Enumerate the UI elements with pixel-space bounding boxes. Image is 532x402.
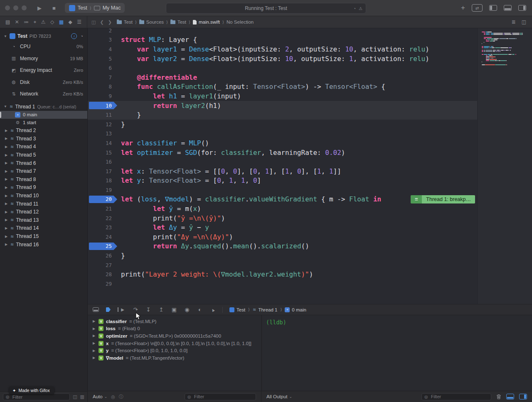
variables-filter-input[interactable] <box>193 394 253 400</box>
variable-row[interactable]: ▶Vy= (Tensor<Float>) [0.0, 1.0, 1.0, 0.0… <box>88 347 261 354</box>
editor-options-icon[interactable]: ≣ <box>512 19 516 25</box>
breakpoint-hit-badge[interactable]: =Thread 1: breakp… <box>411 195 475 203</box>
gutter[interactable]: 25 <box>88 242 119 251</box>
stack-frame-row[interactable]: ≡0 main <box>0 111 87 119</box>
project-navigator-icon[interactable]: ▤ <box>5 19 10 25</box>
print-description-icon[interactable]: ⓘ <box>119 394 123 400</box>
gutter[interactable]: 19 <box>88 185 119 195</box>
disclosure-triangle[interactable]: ▼ <box>3 105 7 108</box>
debug-breadcrumb-item[interactable]: Test <box>229 307 245 312</box>
code-text[interactable]: func callAsFunction(_ input: Tensor<Floa… <box>119 83 385 91</box>
add-editor-icon[interactable]: ◫ <box>522 19 526 25</box>
code-text[interactable]: } <box>119 120 125 128</box>
code-text[interactable]: let (loss, ∇model) = classifier.valueWit… <box>119 195 381 203</box>
console-filter-field[interactable]: ◎ <box>421 393 491 400</box>
breadcrumb-item[interactable]: No Selection <box>227 20 254 25</box>
stack-frame-row[interactable]: ⚙1 start <box>0 119 87 127</box>
scheme-selector[interactable]: Test ⟩ My Mac <box>65 3 125 13</box>
console-filter-input[interactable] <box>430 394 488 400</box>
thread-row[interactable]: ▶≋Thread 3 <box>0 135 87 143</box>
disclosure-triangle[interactable]: ▶ <box>4 137 8 140</box>
navigator-toggle-button[interactable] <box>489 5 497 11</box>
library-button[interactable]: + <box>461 4 465 12</box>
gutter[interactable]: 4 <box>88 44 119 54</box>
code-text[interactable]: var classifier = MLP() <box>119 139 209 147</box>
gutter[interactable]: 5 <box>88 54 119 64</box>
code-text[interactable]: let x: Tensor<Float> = [[0, 0], [0, 1], … <box>119 167 341 175</box>
gutter[interactable]: 17 <box>88 167 119 176</box>
simulate-location-icon[interactable]: ▲ <box>209 306 217 313</box>
disclosure-triangle[interactable]: ▶ <box>4 202 8 206</box>
thread-row[interactable]: ▶≋Thread 16 <box>0 240 87 249</box>
disclosure-triangle[interactable]: ▶ <box>4 243 8 246</box>
disclosure-triangle[interactable]: ▶ <box>4 177 8 181</box>
disclosure-triangle[interactable]: ▶ <box>4 194 8 198</box>
code-text[interactable]: } <box>119 111 141 119</box>
gutter[interactable]: 22 <box>88 213 119 223</box>
breadcrumb-item[interactable]: Sources <box>139 20 164 25</box>
filter-threads-icon[interactable]: ◫ <box>73 394 77 400</box>
disclosure-triangle[interactable]: ▶ <box>93 349 96 353</box>
code-text[interactable]: let h1 = layer1(input) <box>119 92 241 100</box>
related-items-icon[interactable]: ◫ <box>91 20 96 25</box>
step-over-button[interactable]: ↷ <box>133 306 138 313</box>
code-text[interactable]: let Δy = ŷ − y <box>119 223 209 231</box>
memory-graph-icon[interactable]: ◉ <box>184 306 190 313</box>
code-text[interactable]: let ŷ = m(x) <box>119 205 201 213</box>
debug-area-toggle-button[interactable] <box>504 5 512 11</box>
disclosure-triangle[interactable]: ▶ <box>93 356 96 360</box>
gauge-row-cpu[interactable]: ◔CPU0% <box>0 41 87 53</box>
gauge-row-memory[interactable]: ▥Memory19 MB <box>0 53 87 65</box>
clear-console-icon[interactable] <box>496 394 501 400</box>
breadcrumb-item[interactable]: main.swift <box>193 20 220 25</box>
thread-row[interactable]: ▶≋Thread 5 <box>0 151 87 159</box>
gutter[interactable]: 23 <box>88 223 119 232</box>
process-row[interactable]: ▼ Test PID 78223 i ◔ <box>0 32 87 41</box>
gutter[interactable]: 21 <box>88 204 119 213</box>
thread-row[interactable]: ▶≋Thread 6 <box>0 159 87 167</box>
console[interactable]: (lldb) <box>262 315 532 391</box>
minimap[interactable] <box>477 28 532 304</box>
view-debugger-icon[interactable]: ▣ <box>171 306 177 313</box>
breakpoints-toggle-icon[interactable] <box>106 307 111 312</box>
environment-overrides-icon[interactable]: ◐ <box>197 306 203 313</box>
code-text[interactable]: print("Δy =\n\(Δy)") <box>119 233 233 241</box>
code-text[interactable]: let optimizer = SGD(for: classifier, lea… <box>119 149 345 157</box>
breadcrumb-item[interactable]: Test <box>170 20 186 25</box>
minimize-window-icon[interactable] <box>13 5 18 10</box>
breakpoint-marker[interactable] <box>89 102 117 110</box>
variable-row[interactable]: ▶V∇model= (Test.MLP.TangentVector) <box>88 354 261 362</box>
scope-selector[interactable]: Auto ⌄ <box>93 394 107 399</box>
close-window-icon[interactable] <box>5 5 10 10</box>
disclosure-triangle[interactable]: ▶ <box>4 161 8 165</box>
gauge-row-network[interactable]: ⇅NetworkZero KB/s <box>0 88 87 100</box>
variable-row[interactable]: ▶Vx= (Tensor<Float>) \n[[0.0, 0.0],\n [0… <box>88 340 261 347</box>
gutter[interactable]: 13 <box>88 129 119 139</box>
run-button[interactable]: ▶ <box>37 5 42 11</box>
disclosure-triangle[interactable]: ▶ <box>93 327 96 331</box>
source-control-navigator-icon[interactable]: ✕ <box>15 19 19 25</box>
inspector-toggle-button[interactable] <box>518 5 526 11</box>
hide-debug-area-icon[interactable] <box>93 307 99 312</box>
gutter[interactable]: 28 <box>88 270 119 279</box>
debug-navigator-icon[interactable]: ▦ <box>59 19 64 25</box>
disclosure-triangle[interactable]: ▶ <box>4 235 8 238</box>
thread-row[interactable]: ▶≋Thread 11 <box>0 200 87 208</box>
gutter[interactable]: 20 <box>88 195 119 204</box>
disclosure-triangle[interactable]: ▶ <box>4 145 8 149</box>
code-text[interactable]: var layer2 = Dense<Float>(inputSize: 10,… <box>119 55 429 63</box>
disclosure-triangle[interactable]: ▶ <box>4 218 8 222</box>
gutter[interactable]: 27 <box>88 260 119 270</box>
variable-row[interactable]: ▶Voptimizer= (SGD<Test.MLP>) 0x000000011… <box>88 332 261 340</box>
thread-1-row[interactable]: ▼ ≋ Thread 1 Queue: c…d (serial) <box>0 103 87 111</box>
test-navigator-icon[interactable]: ◇ <box>50 19 54 25</box>
stop-button[interactable]: ■ <box>52 5 56 11</box>
disclosure-triangle[interactable]: ▶ <box>4 186 8 189</box>
find-navigator-icon[interactable]: ⌖ <box>34 19 37 25</box>
disclosure-triangle[interactable]: ▶ <box>93 334 96 338</box>
zoom-window-icon[interactable] <box>22 5 27 10</box>
gutter[interactable]: 26 <box>88 251 119 260</box>
code-area[interactable]: 23struct MLP: Layer {4 var layer1 = Dens… <box>88 28 477 304</box>
disclosure-triangle[interactable]: ▼ <box>3 34 7 38</box>
output-selector[interactable]: All Output ⌄ <box>266 394 292 399</box>
